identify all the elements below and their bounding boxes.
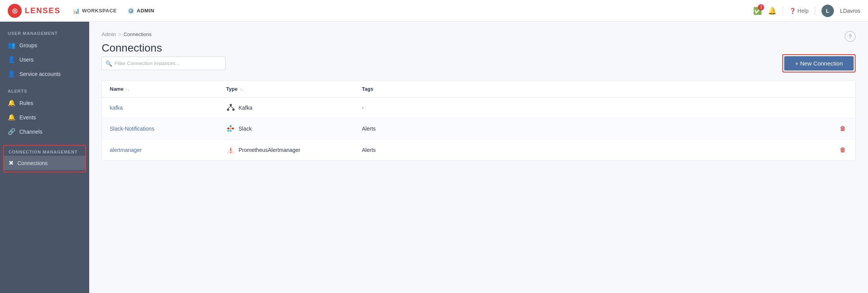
col-header-actions — [824, 86, 847, 92]
service-accounts-icon: 👤 — [8, 70, 16, 78]
search-icon: 🔍 — [105, 60, 112, 67]
connections-table: Name ↑↓ Type ↑↓ Tags kafka — [102, 80, 856, 161]
workspace-icon: 📊 — [73, 8, 80, 14]
col-header-tags: Tags — [362, 86, 824, 92]
sidebar-item-rules[interactable]: 🔔 Rules — [0, 96, 89, 110]
brand-name: LENSES — [25, 6, 61, 15]
cell-tags-alertmanager: Alerts — [362, 147, 824, 153]
alerts-section-label: ALERTS — [0, 86, 89, 96]
sort-type-icon[interactable]: ↑↓ — [239, 87, 243, 91]
nav-workspace[interactable]: 📊 WORKSPACE — [73, 8, 117, 14]
svg-point-2 — [232, 109, 235, 111]
events-icon: 🔔 — [8, 114, 16, 121]
main-layout: USER MANAGEMENT 👥 Groups 👤 Users 👤 Servi… — [0, 22, 868, 293]
new-connection-btn-wrap: + New Connection — [782, 54, 856, 72]
filter-row: 🔍 + New Connection — [102, 54, 856, 72]
new-connection-button[interactable]: + New Connection — [784, 56, 854, 71]
delete-button-alertmanager[interactable]: 🗑 — [838, 145, 847, 155]
sort-name-icon[interactable]: ↑↓ — [125, 87, 129, 91]
breadcrumb-separator: > — [118, 31, 121, 37]
sidebar-item-users[interactable]: 👤 Users — [0, 52, 89, 67]
svg-rect-9 — [232, 128, 234, 129]
prometheus-type-icon — [226, 145, 235, 155]
table-row: alertmanager PrometheusAlertmanager Aler… — [102, 140, 855, 160]
svg-line-3 — [228, 106, 231, 109]
cell-tags-kafka: - — [362, 105, 824, 111]
top-navigation: ◎ LENSES 📊 WORKSPACE ⚙️ ADMIN ✅ 3 🔔 ❓ He… — [0, 0, 868, 22]
nav-divider — [783, 6, 783, 16]
filter-input[interactable] — [102, 57, 226, 70]
user-name[interactable]: LDavros — [840, 8, 860, 14]
cell-actions-alertmanager: 🗑 — [824, 145, 847, 155]
breadcrumb: Admin > Connections — [102, 31, 152, 37]
cell-name-alertmanager: alertmanager — [110, 146, 226, 153]
delete-button-slack[interactable]: 🗑 — [838, 124, 847, 134]
kafka-type-icon — [226, 103, 235, 112]
connection-link-slack[interactable]: Slack-Notifications — [110, 126, 154, 132]
user-management-label: USER MANAGEMENT — [0, 28, 89, 38]
svg-point-1 — [227, 109, 229, 111]
svg-rect-10 — [230, 130, 232, 132]
notification-badge: 3 — [758, 4, 764, 10]
svg-rect-8 — [230, 128, 232, 129]
svg-rect-6 — [227, 130, 229, 132]
breadcrumb-current: Connections — [123, 31, 151, 37]
nav-right: ✅ 3 🔔 ❓ Help L LDavros — [753, 5, 860, 17]
logo-area[interactable]: ◎ LENSES — [8, 4, 61, 18]
svg-line-4 — [231, 106, 233, 109]
user-avatar[interactable]: L — [821, 5, 834, 17]
help-link[interactable]: ❓ Help — [789, 8, 809, 14]
connection-management-section: CONNECTION MANAGEMENT ✖ Connections — [3, 145, 86, 172]
sidebar: USER MANAGEMENT 👥 Groups 👤 Users 👤 Servi… — [0, 22, 89, 293]
rules-icon: 🔔 — [8, 99, 16, 107]
svg-rect-5 — [227, 128, 229, 129]
col-header-type: Type ↑↓ — [226, 86, 362, 92]
sidebar-item-connections[interactable]: ✖ Connections — [4, 156, 85, 170]
notifications-button[interactable]: ✅ 3 — [753, 7, 762, 15]
sidebar-item-events[interactable]: 🔔 Events — [0, 110, 89, 124]
slack-type-icon — [226, 124, 235, 133]
cell-name-kafka: kafka — [110, 104, 226, 111]
cell-type-kafka: Kafka — [226, 103, 362, 112]
connection-management-label: CONNECTION MANAGEMENT — [4, 147, 85, 156]
help-circle-icon: ❓ — [789, 8, 796, 14]
svg-rect-7 — [230, 125, 232, 127]
cell-tags-slack: Alerts — [362, 126, 824, 132]
filter-input-wrap: 🔍 — [102, 57, 226, 70]
svg-point-13 — [230, 152, 232, 153]
groups-icon: 👥 — [8, 41, 16, 49]
breadcrumb-admin[interactable]: Admin — [102, 31, 116, 37]
main-content: Admin > Connections ? Connections 🔍 + Ne… — [89, 22, 868, 293]
svg-point-0 — [230, 104, 232, 106]
channels-icon: 🔗 — [8, 128, 16, 135]
connection-link-alertmanager[interactable]: alertmanager — [110, 147, 142, 153]
connection-link-kafka[interactable]: kafka — [110, 105, 123, 111]
nav-admin[interactable]: ⚙️ ADMIN — [128, 8, 154, 14]
cell-name-slack: Slack-Notifications — [110, 125, 226, 132]
user-icon: 👤 — [8, 56, 16, 63]
page-help-button[interactable]: ? — [845, 31, 856, 42]
table-header: Name ↑↓ Type ↑↓ Tags — [102, 81, 855, 98]
sidebar-item-groups[interactable]: 👥 Groups — [0, 38, 89, 52]
cell-type-alertmanager: PrometheusAlertmanager — [226, 145, 362, 155]
table-row: kafka Kafka - — [102, 98, 855, 118]
nav-divider-2 — [815, 6, 815, 16]
alerts-button[interactable]: 🔔 — [768, 7, 776, 15]
table-row: Slack-Notifications Slack — [102, 118, 855, 140]
nav-links: 📊 WORKSPACE ⚙️ ADMIN — [73, 8, 154, 14]
sidebar-item-channels[interactable]: 🔗 Channels — [0, 124, 89, 139]
page-title: Connections — [102, 42, 856, 54]
logo-icon: ◎ — [8, 4, 22, 18]
connections-icon: ✖ — [9, 159, 14, 167]
sidebar-item-service-accounts[interactable]: 👤 Service accounts — [0, 67, 89, 81]
col-header-name: Name ↑↓ — [110, 86, 226, 92]
cell-type-slack: Slack — [226, 124, 362, 133]
bell-icon: 🔔 — [768, 7, 776, 15]
admin-icon: ⚙️ — [128, 8, 135, 14]
cell-actions-slack: 🗑 — [824, 124, 847, 134]
